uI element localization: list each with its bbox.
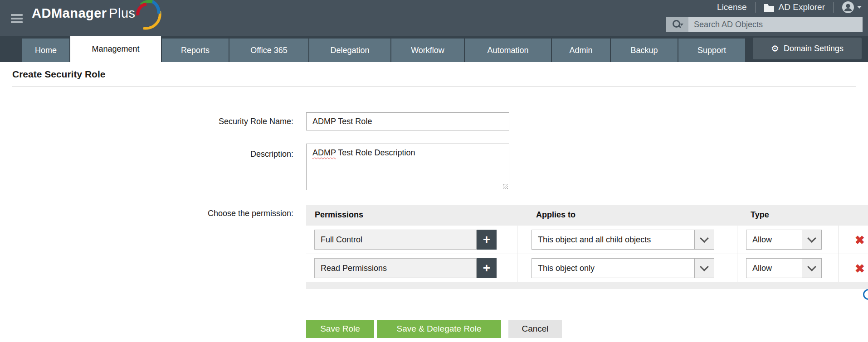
- tab-automation[interactable]: Automation: [465, 39, 551, 62]
- license-link[interactable]: License: [717, 2, 747, 12]
- description-textarea[interactable]: ADMP Test Role Description: [306, 144, 509, 190]
- save-delegate-role-button[interactable]: Save & Delegate Role: [377, 320, 501, 338]
- add-permission-button[interactable]: +: [477, 230, 497, 250]
- select-arrow-box: [694, 230, 714, 249]
- search-input[interactable]: [688, 17, 863, 32]
- edge-widget-icon[interactable]: [863, 289, 868, 300]
- select-arrow-box: [802, 259, 821, 278]
- user-menu[interactable]: [842, 1, 862, 14]
- type-value: Allow: [746, 235, 802, 245]
- applies-to-value: This object only: [532, 264, 694, 273]
- type-value: Allow: [746, 264, 802, 273]
- permission-name-box[interactable]: Full Control: [314, 230, 477, 250]
- column-header-type: Type: [751, 210, 769, 220]
- folder-icon: [764, 3, 775, 12]
- plus-icon: +: [483, 262, 490, 275]
- divider: [755, 2, 756, 13]
- description-label: Description:: [136, 149, 293, 159]
- applies-to-select[interactable]: This object only: [532, 258, 714, 278]
- delete-icon: ✖: [855, 263, 865, 275]
- permission-name-box[interactable]: Read Permissions: [314, 258, 477, 278]
- save-role-button[interactable]: Save Role: [306, 320, 374, 338]
- cancel-button[interactable]: Cancel: [508, 320, 562, 338]
- logo-text-bold: ADManager: [32, 6, 107, 20]
- divider: [833, 2, 834, 13]
- gear-icon: ⚙: [771, 44, 779, 53]
- add-permission-button[interactable]: +: [477, 258, 497, 278]
- domain-settings-button[interactable]: ⚙ Domain Settings: [753, 38, 862, 59]
- column-header-applies-to: Applies to: [536, 210, 575, 220]
- chevron-down-icon: [807, 262, 816, 271]
- description-text: Test Role Description: [336, 148, 415, 157]
- header-links: License AD Explorer: [717, 1, 862, 14]
- column-header-permissions: Permissions: [315, 210, 363, 220]
- resize-handle[interactable]: [503, 184, 508, 189]
- ad-explorer-label: AD Explorer: [779, 2, 825, 12]
- tab-backup[interactable]: Backup: [611, 39, 678, 62]
- app-logo: ADManager Plus: [32, 6, 136, 28]
- search-icon: [673, 20, 682, 29]
- select-arrow-box: [802, 230, 821, 249]
- table-footer-strip: [306, 282, 868, 289]
- search-scope-button[interactable]: [666, 17, 688, 32]
- table-row: Read Permissions + This object only Allo…: [306, 254, 868, 282]
- delete-row-button[interactable]: ✖: [853, 233, 867, 247]
- tab-home[interactable]: Home: [22, 39, 69, 62]
- choose-permission-label: Choose the permission:: [136, 209, 293, 218]
- page-title: Create Security Role: [12, 69, 105, 80]
- ad-explorer-link[interactable]: AD Explorer: [764, 2, 825, 12]
- search-bar: [666, 17, 863, 32]
- type-select[interactable]: Allow: [746, 258, 822, 278]
- divider: [12, 87, 856, 87]
- applies-to-select[interactable]: This object and all child objects: [532, 230, 714, 250]
- chevron-down-icon: [700, 234, 709, 243]
- logo-swirl-icon: [131, 0, 165, 30]
- chevron-down-icon: [700, 262, 709, 271]
- table-row: Full Control + This object and all child…: [306, 226, 868, 254]
- chevron-down-icon: [857, 6, 862, 9]
- tab-management[interactable]: Management: [70, 36, 161, 62]
- plus-icon: +: [483, 233, 490, 246]
- tab-admin[interactable]: Admin: [552, 39, 610, 62]
- tab-office365[interactable]: Office 365: [229, 39, 308, 62]
- tab-support[interactable]: Support: [678, 39, 745, 62]
- permissions-table: Permissions Applies to Type Full Control…: [306, 205, 868, 289]
- delete-row-button[interactable]: ✖: [853, 262, 867, 275]
- tab-delegation[interactable]: Delegation: [309, 39, 390, 62]
- delete-icon: ✖: [855, 234, 865, 246]
- tab-reports[interactable]: Reports: [162, 39, 229, 62]
- role-name-input[interactable]: [306, 112, 509, 130]
- description-text-misspelled: ADMP: [312, 148, 336, 157]
- tab-workflow[interactable]: Workflow: [391, 39, 464, 62]
- menu-icon[interactable]: [11, 14, 23, 24]
- select-arrow-box: [694, 259, 714, 278]
- chevron-down-icon: [807, 234, 816, 243]
- table-header-row: Permissions Applies to Type: [306, 205, 868, 226]
- user-avatar-icon: [842, 1, 854, 14]
- domain-settings-label: Domain Settings: [784, 44, 844, 53]
- applies-to-value: This object and all child objects: [532, 235, 694, 245]
- type-select[interactable]: Allow: [746, 230, 822, 250]
- role-name-label: Security Role Name:: [136, 117, 293, 126]
- app-window: ADManager Plus License AD Explorer: [0, 0, 868, 342]
